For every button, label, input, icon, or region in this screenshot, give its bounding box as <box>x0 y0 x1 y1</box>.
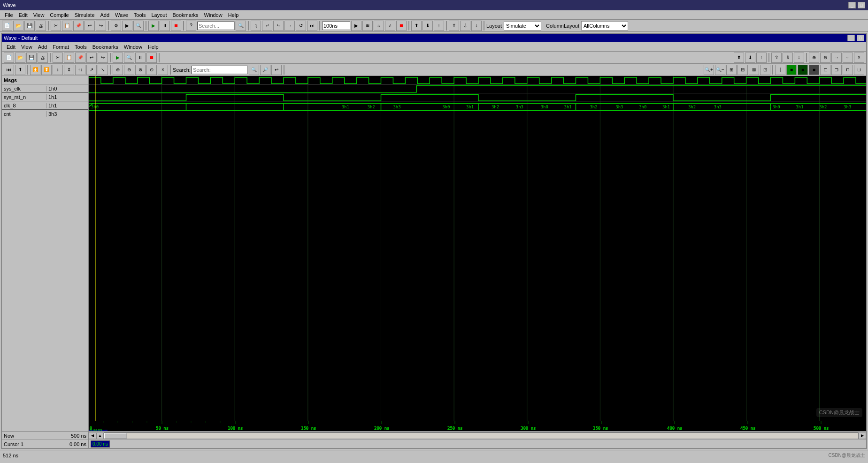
wt2-cursor1[interactable]: | <box>775 65 785 75</box>
wave-minimize-btn[interactable]: _ <box>847 35 855 41</box>
wave7-btn[interactable]: ⇧ <box>449 21 459 31</box>
wt-cut[interactable]: ✂ <box>53 53 63 63</box>
paste-btn[interactable]: 📌 <box>73 21 84 31</box>
scroll-track[interactable] <box>104 433 859 439</box>
menu-simulate[interactable]: Simulate <box>72 11 98 19</box>
wt-break[interactable]: ⏸ <box>135 53 146 63</box>
wt-sig2[interactable]: ⇩ <box>783 53 793 63</box>
wt-sim[interactable]: ▶ <box>113 53 123 63</box>
wt-sig1[interactable]: ⇧ <box>771 53 782 63</box>
scroll-left-btn[interactable]: ◀ <box>89 433 96 439</box>
time-input[interactable]: 100ns <box>322 22 350 30</box>
wt-up1[interactable]: ⬆ <box>734 53 744 63</box>
wt2-zoom3[interactable]: ⊠ <box>749 65 759 75</box>
print-btn[interactable]: 🖨 <box>36 21 46 31</box>
wt2-2[interactable]: ⬆ <box>15 65 25 75</box>
menu-window[interactable]: Window <box>201 11 225 19</box>
wt2-zoom-full[interactable]: ⊟ <box>737 65 748 75</box>
wave8-btn[interactable]: ⇩ <box>460 21 470 31</box>
wt2-11[interactable]: ⊖ <box>124 65 134 75</box>
menu-file[interactable]: File <box>2 11 16 19</box>
wave-search-input[interactable] <box>192 66 248 74</box>
menu-help[interactable]: Help <box>225 11 242 19</box>
wt2-search[interactable]: 🔍 <box>249 65 259 75</box>
compile-btn[interactable]: ⚙ <box>111 21 121 31</box>
sim-btn[interactable]: ▶ <box>122 21 132 31</box>
menu-wave[interactable]: Wave <box>112 11 131 19</box>
wt2-zoom-in[interactable]: 🔍+ <box>704 65 714 75</box>
wave-menu-format[interactable]: Format <box>50 43 72 51</box>
debug-btn[interactable]: 🔍 <box>133 21 144 31</box>
wt-up2[interactable]: ↑ <box>756 53 767 63</box>
step-into-btn[interactable]: ⤶ <box>262 21 272 31</box>
wt-undo[interactable]: ↩ <box>86 53 97 63</box>
search-execute-btn[interactable]: 🔍 <box>236 21 246 31</box>
wave-menu-tools[interactable]: Tools <box>72 43 90 51</box>
scroll-thumb[interactable] <box>104 433 127 439</box>
wt2-7[interactable]: ↑↓ <box>75 65 85 75</box>
redo-btn[interactable]: ↪ <box>96 21 106 31</box>
wt2-1[interactable]: ⏮ <box>4 65 14 75</box>
menu-tools[interactable]: Tools <box>131 11 149 19</box>
new-btn[interactable]: 📄 <box>2 21 12 31</box>
maximize-button[interactable]: □ <box>858 2 865 8</box>
step-over-btn[interactable]: ⤵ <box>251 21 261 31</box>
wt2-10[interactable]: ⊕ <box>113 65 123 75</box>
wt2-12[interactable]: ⊗ <box>135 65 146 75</box>
wave-menu-bookmarks[interactable]: Bookmarks <box>90 43 121 51</box>
wave3-btn[interactable]: ≠ <box>385 21 395 31</box>
wt-paste[interactable]: 📌 <box>75 53 85 63</box>
continue-btn[interactable]: → <box>284 21 295 31</box>
help-btn[interactable]: ? <box>186 21 196 31</box>
wt-open[interactable]: 📂 <box>15 53 25 63</box>
minimize-button[interactable]: _ <box>848 2 856 8</box>
wt-grp2[interactable]: ⊖ <box>820 53 830 63</box>
wt2-zoom-fit[interactable]: ⊞ <box>726 65 737 75</box>
wt2-5[interactable]: ↕ <box>53 65 63 75</box>
wt-dbg[interactable]: 🔍 <box>124 53 134 63</box>
wt-new[interactable]: 📄 <box>4 53 14 63</box>
wt-grp3[interactable]: → <box>831 53 842 63</box>
stop2-btn[interactable]: ⏹ <box>396 21 407 31</box>
main-search-input[interactable] <box>197 22 235 30</box>
wt-stop[interactable]: ⏹ <box>146 53 157 63</box>
copy-btn[interactable]: 📋 <box>62 21 72 31</box>
signal-name-1[interactable]: sys_rst_n <box>2 94 46 100</box>
wave-btn[interactable]: ≋ <box>362 21 373 31</box>
wave-menu-view[interactable]: View <box>18 43 35 51</box>
wt2-zoom-out[interactable]: 🔍− <box>715 65 725 75</box>
scroll-right-btn[interactable]: ▶ <box>859 433 866 439</box>
wt2-4[interactable]: ⏬ <box>41 65 52 75</box>
wt-sig3[interactable]: ↕ <box>794 53 804 63</box>
wave-menu-edit[interactable]: Edit <box>4 43 18 51</box>
wave9-btn[interactable]: ↕ <box>471 21 482 31</box>
menu-add[interactable]: Add <box>98 11 113 19</box>
wt2-6[interactable]: ⇕ <box>64 65 74 75</box>
scroll-up-small-btn[interactable]: ▲ <box>96 433 104 439</box>
wave4-btn[interactable]: ⬆ <box>411 21 422 31</box>
wt2-9[interactable]: ↘ <box>98 65 108 75</box>
finish-btn[interactable]: ⏭ <box>307 21 317 31</box>
wt2-8[interactable]: ↗ <box>86 65 97 75</box>
wave-display[interactable]: 3h0 3h1 3h2 3h3 3h0 3h1 3h2 3h3 3h0 3h1 … <box>89 76 866 431</box>
run-time-btn[interactable]: ▶ <box>351 21 361 31</box>
column-layout-select[interactable]: AllColumns Default <box>581 21 628 30</box>
undo-btn[interactable]: ↩ <box>84 21 95 31</box>
wt-down1[interactable]: ⬇ <box>745 53 755 63</box>
wt2-cursor2[interactable]: ■ <box>786 65 797 75</box>
wave-menu-window[interactable]: Window <box>121 43 145 51</box>
wt2-cursor3[interactable]: ■ <box>798 65 808 75</box>
wave5-btn[interactable]: ⬇ <box>422 21 433 31</box>
wt2-cursor4[interactable]: ■ <box>809 65 819 75</box>
save-btn[interactable]: 💾 <box>24 21 35 31</box>
wt2-cursor8[interactable]: ⊔ <box>854 65 864 75</box>
wt-grp4[interactable]: ← <box>843 53 853 63</box>
cut-btn[interactable]: ✂ <box>51 21 61 31</box>
menu-bookmarks[interactable]: Bookmarks <box>170 11 201 19</box>
wt2-3[interactable]: ⏫ <box>30 65 40 75</box>
wt-print[interactable]: 🖨 <box>38 53 48 63</box>
wt2-14[interactable]: × <box>158 65 168 75</box>
wt2-search3[interactable]: ↩ <box>271 65 282 75</box>
wave2-btn[interactable]: ≈ <box>374 21 384 31</box>
break-btn[interactable]: ⏸ <box>160 21 170 31</box>
